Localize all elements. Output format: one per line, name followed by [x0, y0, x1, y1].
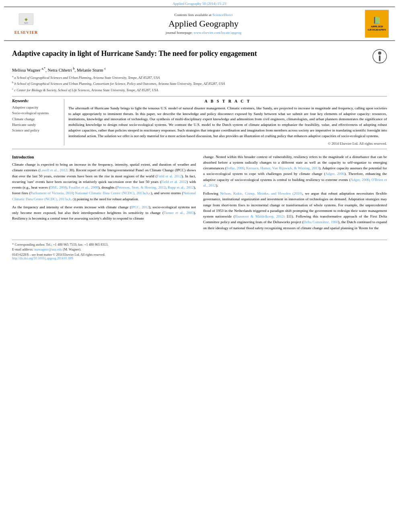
ref-ncdc1[interactable]: National Climatic Data Center (NCDC), 20… — [75, 191, 151, 195]
journal-header: 🌳 figure ELSEVIER Contents lists availab… — [4, 6, 395, 41]
footer-doi-link[interactable]: http://dx.doi.org/10.1016/j.apgeog.2014.… — [12, 257, 73, 260]
ref-fouillet[interactable]: Fouillet et al., 2008 — [69, 185, 98, 189]
divider-2 — [12, 149, 387, 149]
elsevier-tree-icon: 🌳 figure — [14, 13, 38, 29]
ref-nelson[interactable]: Nelson, Kokic, Crimp, Meinke, and Howden… — [220, 191, 302, 195]
ref-field-2[interactable]: Field et al. 2012 — [161, 180, 187, 184]
footer-doi: http://dx.doi.org/10.1016/j.apgeog.2014.… — [12, 257, 387, 260]
ref-peterson[interactable]: Peterson, Stott, & Herring, 2012 — [117, 185, 165, 189]
introduction-heading: Introduction — [12, 154, 196, 160]
keywords-column: Keywords: Adaptive capacity Socio-ecolog… — [12, 99, 64, 146]
ref-dse[interactable]: DSE, 2008 — [50, 185, 67, 189]
elsevier-logo: 🌳 figure ELSEVIER — [14, 13, 38, 35]
ref-haasnoot[interactable]: Haasnoot & Middelkoop, 2012 — [235, 214, 284, 218]
journal-homepage: journal homepage: www.elsevier.com/locat… — [44, 31, 363, 35]
article-footer: * Corresponding author. Tel.; +1 480 965… — [12, 240, 387, 260]
footer-corresponding: * Corresponding author. Tel.; +1 480 965… — [12, 242, 387, 246]
ref-rupp[interactable]: Rupp et al., 2012 — [168, 185, 194, 189]
intro-para-1: Climate change is expected to bring an i… — [12, 162, 196, 202]
svg-text:figure: figure — [24, 21, 29, 23]
keywords-title: Keywords: — [12, 99, 60, 103]
elsevier-label: ELSEVIER — [14, 30, 38, 35]
footer-bottom: 0143-6228/$ – see front matter © 2014 El… — [12, 253, 387, 260]
crossmark-icon: CrossMark — [372, 49, 387, 64]
ref-folke[interactable]: Folke, 2006 — [226, 166, 244, 170]
abstract-header: A B S T R A C T — [68, 99, 387, 103]
ref-field[interactable]: Field et al. 2012 — [157, 174, 182, 178]
affil-b: b b School of Geographical Sciences and … — [12, 81, 387, 86]
keyword-5: Science and policy — [12, 127, 60, 133]
abstract-column: A B S T R A C T The aftermath of Hurrica… — [68, 99, 387, 146]
journal-badge: 📗 APPLIED GEOGRAPHY — [365, 10, 389, 38]
svg-text:🌳: 🌳 — [25, 18, 28, 21]
affil-a: a a School of Geographical Sciences and … — [12, 75, 387, 80]
keyword-4: Hurricane sandy — [12, 122, 60, 127]
badge-line1: APPLIED — [371, 25, 383, 28]
right-para-2: Following Nelson, Kokic, Crimp, Meinke, … — [203, 191, 387, 231]
ref-turner[interactable]: Turner et al., 2003 — [164, 211, 194, 215]
top-bar: Applied Geography 50 (2014) 15–23 — [0, 0, 399, 6]
copyright-line: © 2014 Elsevier Ltd. All rights reserved… — [68, 142, 387, 146]
ref-keessen[interactable]: Keessen, Hamer, Van Rijswick, & Wiering,… — [246, 166, 319, 170]
right-column: change. Nested within this broader conte… — [203, 154, 387, 233]
journal-citation: Applied Geography 50 (2014) 15–23 — [173, 2, 226, 6]
abstract-section: Keywords: Adaptive capacity Socio-ecolog… — [12, 99, 387, 146]
footer-email: E-mail address: mawagner@asu.edu (M. Wag… — [12, 247, 387, 251]
svg-text:CrossMark: CrossMark — [376, 62, 383, 64]
abstract-text: The aftermath of Hurricane Sandy brings … — [68, 106, 387, 139]
footer-issn: 0143-6228/$ – see front matter © 2014 El… — [12, 253, 387, 257]
journal-title: Applied Geography — [44, 18, 363, 29]
ref-lavell[interactable]: Lavell et al., 2012 — [40, 168, 67, 172]
right-para-1: change. Nested within this broader conte… — [203, 154, 387, 189]
divider — [12, 96, 387, 97]
ref-ipcc[interactable]: IPCC, 2012 — [131, 205, 149, 209]
sciencedirect-link[interactable]: ScienceDirect — [212, 13, 232, 17]
contents-line: Contents lists available at ScienceDirec… — [44, 13, 363, 17]
svg-point-4 — [378, 51, 381, 55]
homepage-link[interactable]: www.elsevier.com/locate/apgeog — [193, 31, 241, 35]
badge-icon: 📗 — [373, 16, 381, 24]
ref-adger[interactable]: Adger, 2006 — [325, 172, 345, 176]
elsevier-logo-area: 🌳 figure ELSEVIER — [8, 13, 44, 35]
intro-para-2: As the frequency and intensity of these … — [12, 204, 196, 222]
keyword-2: Socio-ecological systems — [12, 110, 60, 116]
badge-line2: GEOGRAPHY — [368, 28, 386, 31]
left-column: Introduction Climate change is expected … — [12, 154, 196, 233]
svg-rect-5 — [379, 55, 380, 61]
ref-parliament[interactable]: Parliament of Victoria, 2010 — [31, 191, 73, 195]
journal-header-center: Contents lists available at ScienceDirec… — [44, 13, 363, 35]
body-section: Introduction Climate change is expected … — [12, 154, 387, 233]
affil-c: c c Center for Biology & Society, School… — [12, 87, 387, 93]
keyword-3: Climate change — [12, 116, 60, 122]
article-wrapper: Adaptive capacity in light of Hurricane … — [0, 41, 399, 264]
authors-line: Melissa Wagner a,*, Netra Chhetri b, Mel… — [12, 67, 387, 72]
keywords-list: Adaptive capacity Socio-ecological syste… — [12, 105, 60, 134]
journal-badge-area: 📗 APPLIED GEOGRAPHY — [363, 10, 391, 38]
article-title-section: Adaptive capacity in light of Hurricane … — [12, 49, 387, 64]
affiliations: a a School of Geographical Sciences and … — [12, 75, 387, 93]
article-title: Adaptive capacity in light of Hurricane … — [12, 49, 368, 58]
ref-delta[interactable]: Delta Committee, 1960 — [304, 220, 338, 224]
ref-adger-2[interactable]: Adger, 2006 — [351, 178, 369, 182]
footer-email-link[interactable]: mawagner@asu.edu — [34, 247, 62, 251]
keyword-1: Adaptive capacity — [12, 105, 60, 110]
